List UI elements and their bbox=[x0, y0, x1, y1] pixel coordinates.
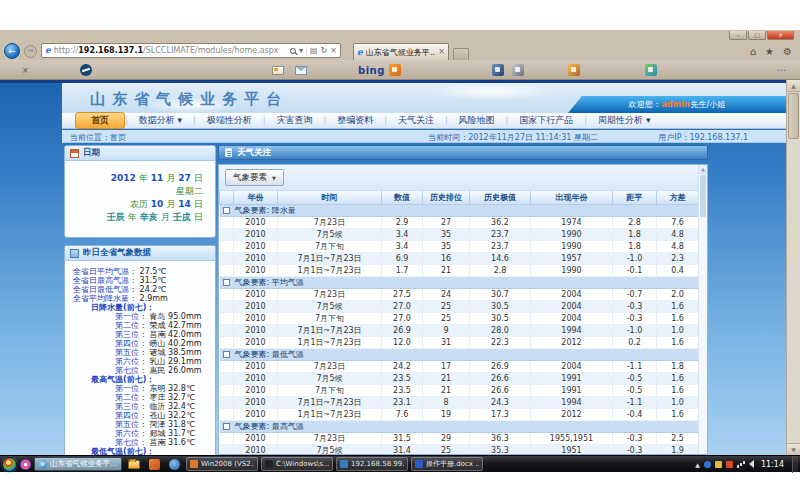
nav-item-6[interactable]: 风险地图 bbox=[448, 114, 506, 127]
addon-icon-2[interactable] bbox=[512, 64, 524, 76]
show-desktop-button[interactable] bbox=[792, 456, 798, 473]
pinned-app-icon[interactable] bbox=[20, 459, 31, 470]
table-row[interactable]: 20107月5候23.52126.61991-0.51.6 bbox=[220, 372, 699, 384]
mail-icon[interactable] bbox=[295, 66, 307, 75]
close-button[interactable]: × bbox=[767, 31, 794, 40]
url-text[interactable]: http://192.168.137.1/SLCCLIMATE/modules/… bbox=[54, 46, 287, 55]
taskbar-app-icon-1[interactable] bbox=[149, 459, 160, 470]
table-row[interactable]: 20107月23日2.92736.219742.87.6 bbox=[220, 216, 699, 228]
table-row[interactable]: 20107月1日~7月23日6.91614.61957-1.02.3 bbox=[220, 252, 699, 264]
table-cell: 1.8 bbox=[613, 228, 657, 240]
table-row[interactable]: 20107月下旬23.52126.61991-0.51.6 bbox=[220, 384, 699, 396]
group-header-row[interactable]: 气象要素: 最低气温 bbox=[220, 348, 699, 360]
explorer-folder-icon[interactable] bbox=[128, 460, 140, 469]
expand-box-icon[interactable] bbox=[223, 351, 230, 358]
table-row[interactable]: 20107月下旬27.02530.52004-0.31.6 bbox=[220, 312, 699, 324]
taskbar-button-3[interactable]: 操作手册.docx ... bbox=[411, 457, 483, 471]
addon-icon-4[interactable] bbox=[645, 64, 657, 76]
table-row[interactable]: 20107月23日24.21726.92004-1.11.8 bbox=[220, 360, 699, 372]
bing-app-icon[interactable] bbox=[389, 64, 401, 76]
group-header-row[interactable]: 气象要素: 最高气温 bbox=[220, 420, 699, 432]
nav-item-2[interactable]: 极端性分析 bbox=[196, 114, 263, 127]
rank-label: 第二位： bbox=[115, 321, 150, 330]
maximize-button[interactable]: ▢ bbox=[748, 31, 766, 40]
tray-flag-icon[interactable] bbox=[726, 461, 733, 468]
bing-logo[interactable]: bing bbox=[358, 65, 385, 76]
table-cell: 2010 bbox=[234, 264, 278, 276]
search-icon[interactable] bbox=[290, 48, 296, 54]
address-bar[interactable]: e http://192.168.137.1/SLCCLIMATE/module… bbox=[41, 43, 341, 58]
new-tab-button[interactable] bbox=[453, 48, 469, 60]
nav-item-5[interactable]: 天气关注 bbox=[387, 114, 445, 127]
browser-scrollbar[interactable]: ▲ ▼ bbox=[786, 80, 800, 455]
nav-item-3[interactable]: 灾害查询 bbox=[266, 114, 324, 127]
table-row[interactable]: 20107月下旬3.43523.719901.84.8 bbox=[220, 240, 699, 252]
group-header-row[interactable]: 气象要素: 平均气温 bbox=[220, 276, 699, 288]
search-dropdown-icon[interactable]: ▾ bbox=[299, 47, 303, 55]
table-row[interactable]: 20107月1日~7月23日23.1824.31994-1.11.0 bbox=[220, 396, 699, 408]
row-select-cell bbox=[220, 300, 234, 312]
table-row[interactable]: 20107月23日31.52936.31955,1951-0.32.5 bbox=[220, 432, 699, 444]
taskbar-button-0[interactable]: Win2008 (VS2... bbox=[186, 457, 258, 471]
scroll-up-icon[interactable]: ▲ bbox=[787, 80, 800, 92]
taskbar-button-2[interactable]: 192.168.58.99... bbox=[336, 457, 408, 471]
nav-item-4[interactable]: 整编资料 bbox=[326, 114, 384, 127]
table-scrollbar[interactable]: ▲ bbox=[698, 165, 707, 454]
addon-icon-1[interactable] bbox=[492, 64, 504, 76]
nav-item-7[interactable]: 国家下行产品 bbox=[508, 114, 584, 127]
toolbar-more-icon[interactable]: ⋯ bbox=[777, 65, 788, 75]
tools-gear-icon[interactable]: ⚙ bbox=[783, 46, 792, 57]
nav-item-1[interactable]: 数据分析 ▾ bbox=[128, 114, 193, 127]
scroll-down-icon[interactable]: ▼ bbox=[787, 443, 800, 455]
tray-update-icon[interactable] bbox=[704, 461, 711, 468]
tray-warning-icon[interactable] bbox=[715, 461, 722, 468]
refresh-icon[interactable]: ↻ bbox=[321, 47, 328, 55]
favorites-star-icon[interactable]: ★ bbox=[765, 46, 774, 57]
group-header-row[interactable]: 气象要素: 降水量 bbox=[220, 204, 699, 216]
expand-box-icon[interactable] bbox=[223, 423, 230, 430]
addon-icon-3[interactable] bbox=[568, 64, 580, 76]
table-row[interactable]: 20107月5候27.02530.52004-0.31.6 bbox=[220, 300, 699, 312]
tray-show-hidden-icon[interactable]: ▲ bbox=[695, 461, 700, 468]
table-row[interactable]: 20101月1日~7月23日12.03122.320120.21.6 bbox=[220, 336, 699, 348]
home-icon[interactable]: ⌂ bbox=[750, 46, 756, 57]
stop-icon[interactable]: × bbox=[330, 47, 337, 55]
scroll-thumb[interactable] bbox=[788, 93, 799, 139]
table-row[interactable]: 20107月23日27.52430.72004-0.72.0 bbox=[220, 288, 699, 300]
welcome-prefix: 欢迎您： bbox=[629, 99, 661, 110]
date-line-1: 星期二 bbox=[71, 185, 203, 198]
taskbar-button-1[interactable]: C:\Windows\s... bbox=[261, 457, 333, 471]
nav-item-8[interactable]: 周期性分析 ▾ bbox=[587, 114, 661, 127]
table-row[interactable]: 20101月1日~7月23日7.61917.32012-0.41.6 bbox=[220, 408, 699, 420]
forward-button[interactable]: → bbox=[24, 45, 37, 58]
nav-item-0[interactable]: 首页 bbox=[75, 112, 125, 129]
browser-tab[interactable]: e 山东省气候业务平... × bbox=[353, 43, 449, 60]
table-row[interactable]: 20107月1日~7月23日26.9928.01994-1.01.0 bbox=[220, 324, 699, 336]
group-title-cell: 气象要素: 平均气温 bbox=[234, 276, 699, 288]
addon-logo-icon[interactable] bbox=[80, 64, 92, 76]
tab-close-icon[interactable]: × bbox=[438, 48, 445, 56]
toolbar-close-icon[interactable]: × bbox=[22, 66, 29, 75]
taskbar-button-icon bbox=[415, 460, 423, 468]
compatibility-view-icon[interactable]: ▤ bbox=[310, 47, 318, 55]
expand-box-icon[interactable] bbox=[223, 279, 230, 286]
card-reader-icon[interactable] bbox=[272, 66, 284, 75]
network-icon[interactable] bbox=[737, 461, 745, 468]
window-titlebar[interactable]: – ▢ × bbox=[0, 30, 800, 41]
table-row[interactable]: 20107月5候31.42535.31951-0.31.9 bbox=[220, 444, 699, 455]
taskbar-app-icon-2[interactable] bbox=[169, 459, 180, 470]
taskbar-active-window[interactable]: e 山东省气候业务平... bbox=[34, 457, 122, 471]
start-button[interactable] bbox=[2, 457, 17, 472]
taskbar-clock[interactable]: 11:14 bbox=[758, 460, 787, 469]
expand-box-icon[interactable] bbox=[223, 207, 230, 214]
element-filter-button[interactable]: 气象要素 ▼ bbox=[225, 169, 284, 186]
minimize-button[interactable]: – bbox=[729, 31, 747, 40]
bing-toolbar[interactable]: bing bbox=[358, 64, 401, 76]
table-scroll-up-icon[interactable]: ▲ bbox=[699, 165, 707, 174]
table-row[interactable]: 20107月5候3.43523.719901.84.8 bbox=[220, 228, 699, 240]
date-panel-title: 日期 bbox=[83, 147, 100, 159]
volume-icon[interactable] bbox=[749, 460, 754, 468]
table-scroll-thumb[interactable] bbox=[700, 175, 706, 217]
back-button[interactable]: ← bbox=[4, 43, 20, 59]
table-row[interactable]: 20101月1日~7月23日1.7212.81990-0.10.4 bbox=[220, 264, 699, 276]
